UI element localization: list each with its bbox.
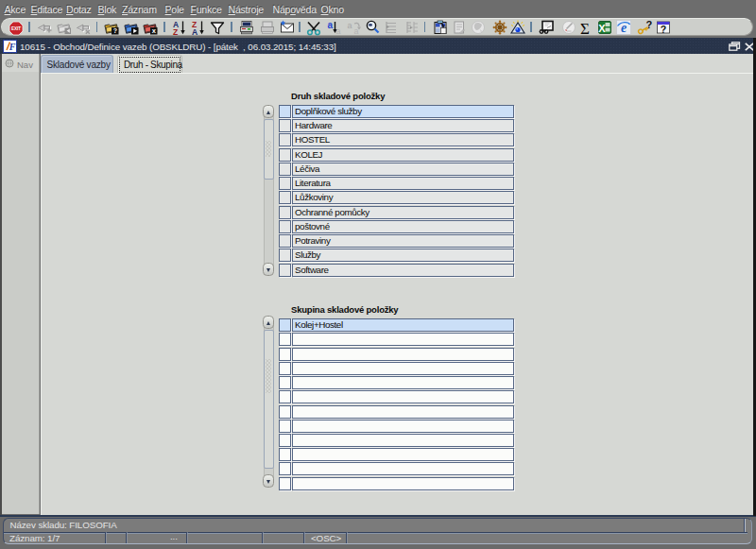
svg-text:Z: Z (173, 27, 178, 36)
svg-text:a: a (354, 26, 359, 35)
svg-text:X: X (598, 23, 606, 34)
svg-text:a: a (328, 20, 334, 30)
svg-text:?: ? (661, 24, 666, 35)
svg-text:EXIT: EXIT (10, 26, 20, 31)
svg-text:?: ? (113, 27, 117, 34)
svg-text:Σ: Σ (580, 20, 590, 35)
svg-text:a: a (336, 26, 341, 35)
svg-text:A: A (192, 27, 198, 36)
svg-text:a: a (348, 21, 352, 30)
svg-text:F: F (9, 42, 16, 52)
